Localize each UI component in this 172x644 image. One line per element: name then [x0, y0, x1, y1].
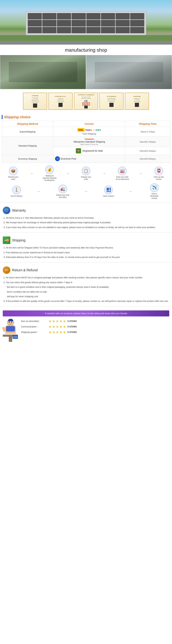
shipping-choice-header: Shipping choice: [2, 115, 170, 119]
prepare-icon: 📋: [82, 166, 90, 175]
avatar-body: [5, 325, 16, 334]
mail-service-icon: 📮: [154, 166, 163, 175]
divider-3: [0, 262, 172, 262]
star-s5: ★: [63, 330, 66, 334]
depart-label: Depart your local post office: [56, 194, 70, 198]
return-title: Return & Refund: [12, 268, 38, 272]
star-s1: ★: [48, 330, 52, 334]
shipping-choice-title: Shipping choice: [4, 115, 30, 119]
customs-label: Clear customs: [103, 195, 114, 197]
arrow-back-1: ←: [38, 190, 41, 194]
table-row: Economy Shipping UN Economy Post About40…: [2, 155, 170, 163]
blue-accent-bar: [2, 115, 3, 119]
computer-screen: [13, 336, 18, 338]
arrow-back-2: ←: [85, 190, 88, 194]
depart-icon: 🚛: [58, 185, 67, 193]
courier-cell-airmail: 📮 Registered Air Mail: [53, 147, 125, 155]
return-point-4: item's condition did not affect the re-s…: [4, 290, 169, 294]
star-1: ★: [48, 319, 52, 323]
avatar-desk-leg: [9, 337, 12, 342]
receive-icon: 📦: [9, 166, 18, 175]
return-header: ↩ Return & Refund: [3, 266, 169, 274]
certificate-5: Conformity Declaration ofConformityprodu…: [125, 93, 149, 110]
warranty-icon: 🛡: [3, 206, 10, 214]
aliexpress-logo: Aliexpress: [84, 138, 94, 140]
star-3: ★: [56, 319, 59, 323]
return-point-3: the item is in good condition and in the…: [4, 285, 169, 289]
fast-shipping-label: Fast Shipping: [55, 132, 123, 135]
dhl-logo: DHL: [77, 128, 84, 132]
shipping-info-title: Shipping: [12, 238, 26, 242]
star-s3: ★: [56, 330, 59, 334]
process-step-flow: ✈️ Flow to destination country: [147, 184, 161, 200]
time-cell-aliex: About20-45days: [125, 136, 170, 147]
divider-4: [0, 306, 172, 307]
review-row-item: Item as described : ★ ★ ★ ★ ★ 5 STARS: [21, 319, 169, 323]
ems-logo: EMS: [96, 129, 101, 131]
certificates-row: Certificate of ComplianceLorem ipsumcert…: [0, 89, 172, 113]
return-refund-section: ↩ Return & Refund 1. All return items MU…: [0, 264, 172, 305]
process-flow-row2: 🚶 Out for delivery ← 🚛 Depart your local…: [0, 182, 172, 202]
review-row-shipping: Shipping speed : ★ ★ ★ ★ ★ 5 STARS: [21, 330, 169, 334]
certificate-4: of Compliance Certificate detailsproduct…: [100, 93, 124, 110]
shipping-info-body: 1. All the item will be Shipped within 7…: [3, 246, 169, 259]
col-header-method: Shipping Method: [2, 121, 53, 127]
col-header-courier: Courier: [53, 121, 125, 127]
return-icon: ↩: [3, 266, 10, 274]
arrow-1: →: [30, 172, 33, 175]
courier-cell-economy: UN Economy Post: [53, 155, 125, 163]
shipping-info-icon: 🚚: [3, 236, 10, 244]
shipping-table: Shipping Method Courier Shipping Time Ex…: [2, 121, 170, 163]
divider-2: [0, 232, 172, 233]
table-row: ExpresShipping DHL FedEx ✈ EMS Fast Ship…: [2, 127, 170, 136]
workshop-image-left: [0, 55, 86, 89]
divider-1: [0, 202, 172, 203]
process-step-customs: 🛃 Clear customs: [103, 186, 114, 197]
time-cell-economy: About40-60days: [125, 155, 170, 163]
warranty-header: 🛡 Warranty: [3, 206, 169, 214]
airmail-label: Registered Air Mail: [82, 150, 103, 152]
review-label-shipping: Shipping speed :: [21, 331, 48, 334]
airmail-icon: 📮: [76, 148, 81, 154]
warranty-body: 1. All items Carry a 1 Year Manufacturer…: [3, 216, 169, 229]
review-label-item: Item as described :: [21, 320, 48, 322]
mail-service-label: Pack up mail service: [152, 176, 166, 180]
star-s2: ★: [52, 330, 55, 334]
star-row-shipping: ★ ★ ★ ★ ★: [48, 330, 66, 334]
star-row-item: ★ ★ ★ ★ ★: [48, 319, 66, 323]
arrow-4: →: [139, 172, 142, 175]
workshop-images: [0, 55, 172, 89]
review-banner: If satisfied with our products, please t…: [3, 310, 169, 316]
review-score-item: 5 STARS: [67, 320, 77, 322]
star-s4: ★: [59, 330, 62, 334]
pack-warehouse-icon: 🏭: [118, 166, 127, 175]
review-score-shipping: 5 STARS: [67, 331, 77, 334]
process-step-depart: 🚛 Depart your local post office: [56, 185, 70, 198]
courier-cell-express: DHL FedEx ✈ EMS Fast Shipping: [53, 127, 125, 136]
process-step-prepare: 📋 Prepare your order: [79, 166, 93, 180]
review-avatar-area: [3, 319, 18, 342]
star-c3: ★: [56, 325, 59, 329]
warranty-point-1: 1. All items Carry a 1 Year Manufacturer…: [4, 216, 169, 220]
review-rows-container: Item as described : ★ ★ ★ ★ ★ 5 STARS Co…: [21, 319, 169, 336]
un-logo: UN: [55, 156, 60, 161]
warranty-point-2: 2. We Accept return for exchange or refu…: [4, 220, 169, 224]
avatar-arm-left: [2, 326, 6, 332]
aliex-shipping-label: Aliexpress Standard Shipping: [73, 140, 105, 143]
avatar-computer: [13, 335, 18, 339]
waiting-label: Waiting for payment released by aliexpre…: [43, 175, 56, 182]
method-cell-standard: Standard Shipping: [2, 136, 53, 155]
return-point-6: 3. If the problem is with the quality of…: [4, 299, 169, 303]
star-row-communication: ★ ★ ★ ★ ★: [48, 325, 66, 329]
review-score-communication: 5 STARS: [67, 325, 77, 328]
review-section: If satisfied with our products, please t…: [0, 308, 172, 344]
warranty-title: Warranty: [12, 208, 26, 212]
process-step-receive: 📦 Receive your order: [6, 166, 20, 180]
shipping-choice-section: Shipping choice Shipping Method Courier …: [0, 113, 172, 163]
return-body: 1. All return items MUST be in oringinal…: [3, 276, 169, 303]
hero-building-image: [0, 0, 172, 44]
process-step-mail-service: 📮 Pack up mail service: [152, 166, 166, 180]
col-header-time: Shipping Time: [125, 121, 170, 127]
method-cell: ExpresShipping: [2, 127, 53, 136]
star-c2: ★: [52, 325, 55, 329]
